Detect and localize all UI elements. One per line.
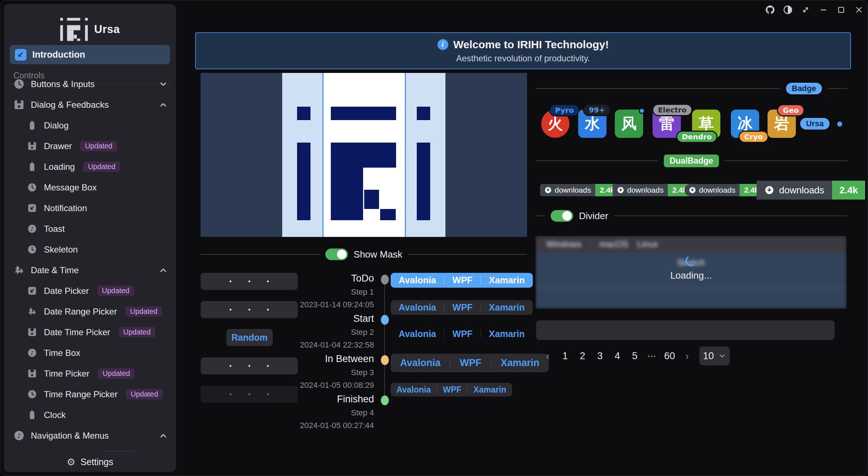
badge-divider-label: Badge (786, 83, 822, 94)
banner-subtitle: Aesthetic revolution of productivity. (456, 53, 590, 63)
maximize-icon[interactable] (836, 5, 846, 15)
wpf-button[interactable]: WPF (451, 354, 491, 372)
theme-toggle-icon[interactable] (783, 5, 793, 15)
random-button[interactable]: Random (226, 329, 273, 346)
page-size-select[interactable]: 10 (699, 346, 730, 365)
sidebar: Ursa ↙ Introduction Controls Buttons & I… (4, 4, 176, 472)
sidebar-item-label: Introduction (32, 49, 85, 60)
sidebar-item-dialog[interactable]: Dialog (4, 115, 176, 136)
downloads-badge: downloads 2.4k (540, 184, 619, 196)
sidebar-item-buttons-inputs[interactable]: Buttons & Inputs (4, 74, 176, 94)
sidebar-item-time-picker[interactable]: Time Picker Updated (4, 363, 176, 384)
geo-badge: Geo (777, 104, 805, 116)
page-button-5[interactable]: 5 (626, 350, 643, 362)
github-icon[interactable] (765, 5, 775, 15)
step-start: Start Step 2 2024-01-04 22:32:58 (298, 313, 391, 350)
page-button-1[interactable]: 1 (556, 350, 574, 362)
sidebar-item-introduction[interactable]: ↙ Introduction (10, 45, 170, 64)
svg-text:♪: ♪ (30, 350, 34, 356)
sidebar-item-date-time-picker[interactable]: Date Time Picker Updated (4, 322, 176, 342)
close-icon[interactable] (854, 5, 864, 15)
step-dot (381, 355, 389, 365)
wpf-button[interactable]: WPF (444, 300, 481, 315)
button-group-primary: Avalonia WPF Xamarin (391, 273, 533, 288)
sidebar-item-date-range-picker[interactable]: Date Range Picker Updated (4, 301, 176, 322)
show-mask-toggle[interactable] (325, 249, 348, 260)
page-button-2[interactable]: 2 (574, 350, 591, 362)
chevron-down-icon (159, 79, 168, 89)
avalonia-button[interactable]: Avalonia (391, 383, 437, 397)
sidebar-item-date-time[interactable]: Date & Time (4, 260, 176, 280)
ellipsis[interactable]: ••• (643, 353, 661, 359)
time-box-input[interactable] (201, 301, 298, 318)
xamarin-button[interactable]: Xamarin (481, 300, 533, 315)
dendro-badge: Dendro (676, 131, 717, 143)
sidebar-item-notification[interactable]: Notification (4, 198, 176, 218)
downloads-badge-large: downloads 2.4k (757, 181, 865, 200)
badge-demo-section: Badge 火 Pyro 水 99+ 风 雷 Electro (535, 83, 847, 377)
sidebar-item-drawer[interactable]: Drawer Updated (4, 136, 176, 156)
pine-trees-icon (13, 264, 25, 276)
tab-windows[interactable]: Windows (546, 239, 581, 249)
page-button-60[interactable]: 60 (661, 350, 678, 362)
chevron-down-icon (718, 352, 726, 360)
wpf-button[interactable]: WPF (437, 383, 467, 397)
cryo-badge: Cryo (739, 131, 769, 143)
sidebar-item-breadcrumb[interactable]: Breadcrumb Updated (4, 446, 176, 452)
spinner-icon (685, 255, 698, 267)
floppy-icon (26, 368, 38, 379)
avalonia-button[interactable]: Avalonia (391, 327, 444, 341)
mask-demo-section: Show Mask Random ToDo Step 1 2023 (201, 73, 527, 428)
clock-icon (26, 244, 38, 255)
loading-text: Loading... (670, 270, 712, 281)
avalonia-button[interactable]: Avalonia (391, 300, 444, 315)
count-badge: 99+ (583, 104, 611, 116)
xamarin-button[interactable]: Xamarin (481, 327, 533, 341)
page-button-4[interactable]: 4 (609, 350, 626, 362)
clock-icon (26, 389, 38, 400)
resize-icon[interactable] (801, 5, 811, 15)
minimize-icon[interactable] (818, 5, 828, 15)
battery-icon (26, 120, 38, 131)
step-dot (381, 395, 389, 405)
sidebar-item-time-box[interactable]: ♪ Time Box (4, 342, 176, 363)
prev-page-button[interactable]: ‹ (539, 350, 556, 362)
sidebar-item-message-box[interactable]: Message Box (4, 177, 176, 198)
time-box-input[interactable] (201, 273, 298, 290)
tab-macos[interactable]: macOS (599, 239, 628, 249)
battery-icon (26, 161, 38, 172)
next-page-button[interactable]: › (678, 350, 696, 362)
sidebar-item-loading[interactable]: Loading Updated (4, 156, 176, 177)
tab-linux[interactable]: Linux (637, 239, 658, 249)
updated-badge: Updated (119, 327, 156, 337)
dot-badge (639, 108, 645, 114)
wpf-button[interactable]: WPF (444, 273, 481, 288)
avalonia-button[interactable]: Avalonia (391, 354, 450, 372)
svg-text:♪: ♪ (17, 432, 21, 439)
sidebar-item-toast[interactable]: ♪ Toast (4, 218, 176, 239)
sidebar-item-skeleton[interactable]: Skeleton (4, 239, 176, 260)
sidebar-item-clock[interactable]: Clock (4, 405, 176, 425)
welcome-banner: i Welcome to IRIHI Technology! Aesthetic… (195, 32, 851, 69)
sidebar-item-dialog-feedbacks[interactable]: Dialog & Feedbacks (4, 94, 176, 115)
updated-badge: Updated (83, 161, 120, 172)
wpf-button[interactable]: WPF (444, 327, 481, 341)
avalonia-button[interactable]: Avalonia (391, 273, 444, 288)
gear-icon: ⚙ (67, 456, 75, 468)
settings-button[interactable]: ⚙ Settings (4, 452, 176, 472)
sidebar-item-time-range-picker[interactable]: Time Range Picker Updated (4, 384, 176, 405)
sidebar-item-date-picker[interactable]: Date Picker Updated (4, 280, 176, 301)
page-button-3[interactable]: 3 (591, 350, 609, 362)
dualbadge-divider: DualBadge (535, 155, 847, 166)
divider-toggle[interactable] (551, 210, 573, 222)
banner-title: Welcome to IRIHI Technology! (453, 38, 609, 51)
arrow-square-icon (26, 285, 38, 296)
mask-edge-line (322, 73, 324, 237)
xamarin-button[interactable]: Xamarin (481, 273, 533, 288)
music-note-icon: ♪ (26, 223, 38, 234)
wind-badge-target: 风 (615, 110, 643, 138)
pyro-badge: Pyro (549, 104, 580, 116)
xamarin-button[interactable]: Xamarin (468, 383, 512, 397)
time-box-input[interactable] (201, 357, 298, 374)
sidebar-item-navigation-menus[interactable]: ♪ Navigation & Menus (4, 425, 176, 446)
